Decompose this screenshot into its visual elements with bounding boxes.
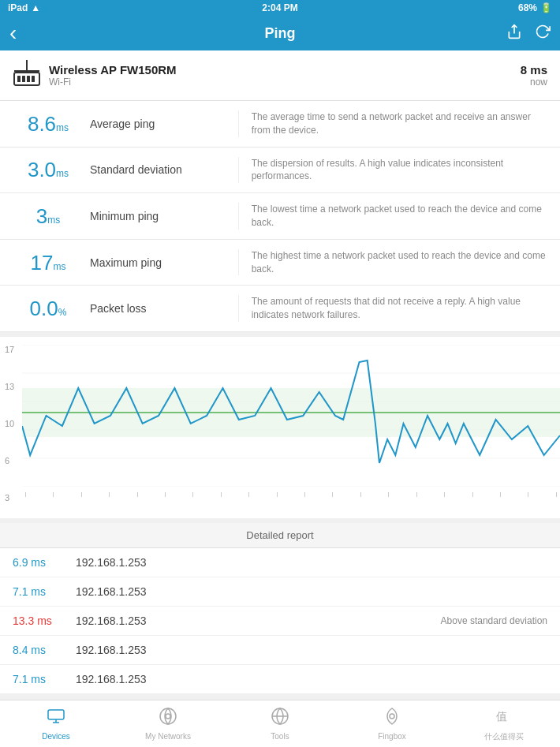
report-ms-5: 7.1 ms [13,673,76,685]
svg-point-23 [390,714,394,719]
chart-section: 17 13 10 6 3 [0,337,560,518]
tab-fingbox-label: Fingbox [378,732,406,741]
tick [360,492,361,497]
refresh-icon[interactable] [535,24,551,43]
more-icon: 值 [495,706,513,730]
y-label-13: 13 [5,382,14,391]
tick [192,492,193,497]
tick [248,492,249,497]
tab-tools[interactable]: Tools [224,700,336,747]
svg-rect-5 [32,76,35,82]
share-icon[interactable] [506,24,522,43]
tick [500,492,501,497]
tab-more-label: 什么值得买 [484,731,524,742]
tab-my-networks-label: My Networks [145,732,191,741]
y-label-3: 3 [5,493,14,502]
y-label-10: 10 [5,419,14,428]
back-chevron-icon: ‹ [9,21,17,46]
device-text: Wireless AP FW150RM Wi-Fi [49,63,177,88]
back-button[interactable]: ‹ [9,21,17,46]
nav-title: Ping [265,25,296,42]
stat-row-avg: 8.6ms Average ping The average time to s… [0,101,560,148]
report-ip-2: 192.168.1.253 [76,585,547,598]
svg-text:值: 值 [496,710,507,723]
tick [109,492,110,497]
report-ip-5: 192.168.1.253 [76,673,547,685]
stat-row-max: 17ms Maximum ping The highest time a net… [0,240,560,286]
tick [81,492,82,497]
device-ping: 8 ms now [521,63,547,88]
tab-devices-label: Devices [42,732,70,741]
report-row-4: 8.4 ms 192.168.1.253 [0,636,560,665]
device-info: Wireless AP FW150RM Wi-Fi [13,58,177,92]
tick [165,492,166,497]
report-ms-4: 8.4 ms [13,644,76,656]
device-name: Wireless AP FW150RM [49,63,177,77]
y-label-17: 17 [5,345,14,354]
stats-section: 8.6ms Average ping The average time to s… [0,101,560,332]
avg-ping-label: Average ping [84,118,238,130]
tab-more[interactable]: 值 什么值得买 [448,700,560,747]
report-ms-2: 7.1 ms [13,585,76,598]
tab-devices[interactable]: Devices [0,700,112,747]
tick [388,492,389,497]
status-bar-time: 2:04 PM [262,2,297,13]
tick [277,492,278,497]
y-label-6: 6 [5,456,14,465]
wifi-icon: ▲ [31,2,40,13]
status-bar: iPad ▲ 2:04 PM 68% 🔋 [0,0,560,16]
nav-bar: ‹ Ping [0,16,560,50]
fingbox-icon [383,707,401,730]
tab-my-networks[interactable]: My Networks [112,700,224,747]
nav-actions [506,24,551,43]
avg-ping-value: 8.6ms [13,114,84,134]
avg-ping-desc: The average time to send a network packe… [238,110,547,137]
chart-area: 17 13 10 6 3 [0,345,560,502]
my-networks-icon [159,707,177,730]
svg-rect-16 [48,710,64,719]
status-bar-right: 68% 🔋 [518,2,552,13]
ping-value: 8 ms [521,63,547,77]
device-header: Wireless AP FW150RM Wi-Fi 8 ms now [0,50,560,101]
svg-rect-2 [17,76,21,82]
tick [416,492,417,497]
carrier-label: iPad [8,2,28,13]
tick [528,492,528,497]
stddev-label: Standard deviation [84,163,238,176]
battery-icon: 🔋 [540,2,552,13]
tick [137,492,138,497]
tab-bar: Devices My Networks Tools [0,700,560,747]
svg-point-19 [166,714,170,719]
report-row-5: 7.1 ms 192.168.1.253 [0,665,560,694]
tick [221,492,222,497]
status-bar-left: iPad ▲ [8,2,40,13]
report-row-2: 7.1 ms 192.168.1.253 [0,577,560,607]
stat-row-loss: 0.0% Packet loss The amount of requests … [0,286,560,332]
report-ip-1: 192.168.1.253 [76,556,547,569]
stat-row-stddev: 3.0ms Standard deviation The dispersion … [0,148,560,194]
max-ping-value: 17ms [13,252,84,273]
device-wifi-icon [13,58,41,92]
stat-row-min: 3ms Minimum ping The lowest time a netwo… [0,193,560,240]
report-ms-1: 6.9 ms [13,556,76,569]
chart-svg-container [22,345,560,487]
max-ping-desc: The highest time a network packet used t… [238,249,547,276]
tab-fingbox[interactable]: Fingbox [336,700,448,747]
chart-y-labels: 17 13 10 6 3 [5,345,14,502]
packet-loss-label: Packet loss [84,302,238,315]
tab-tools-label: Tools [271,732,289,741]
min-ping-desc: The lowest time a network packet used to… [238,203,547,230]
report-ip-4: 192.168.1.253 [76,644,547,656]
device-type: Wi-Fi [49,77,177,88]
battery-label: 68% [518,2,537,13]
packet-loss-value: 0.0% [13,298,84,319]
tools-icon [271,707,289,730]
tick [53,492,54,497]
svg-rect-4 [27,76,30,82]
stddev-value: 3.0ms [13,159,84,180]
devices-icon [47,707,65,730]
tick [472,492,473,497]
min-ping-value: 3ms [13,206,84,226]
report-section: Detailed report 6.9 ms 192.168.1.253 7.1… [0,523,560,694]
report-ms-3: 13.3 ms [13,614,76,627]
